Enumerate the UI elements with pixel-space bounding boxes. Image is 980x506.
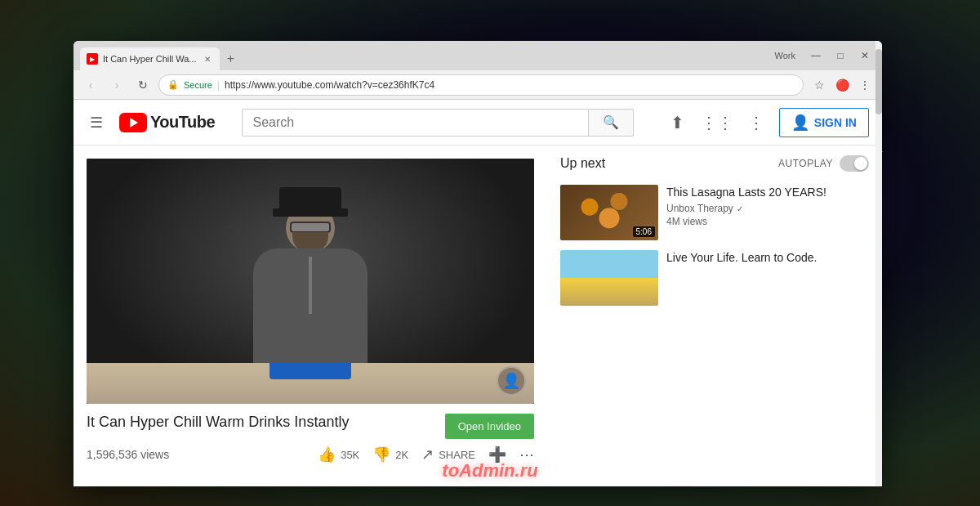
video-thumb-1: 5:06 bbox=[560, 185, 658, 240]
video-duration-1: 5:06 bbox=[633, 226, 655, 237]
address-actions: ☆ 🔴 ⋮ bbox=[808, 74, 875, 96]
recommended-video-1[interactable]: 5:06 This Lasagna Lasts 20 YEARS! Unbox … bbox=[560, 185, 869, 240]
verified-icon-1: ✓ bbox=[737, 204, 743, 213]
address-separator: | bbox=[217, 79, 220, 91]
youtube-logo-icon bbox=[119, 113, 147, 132]
video-meta-row: 1,596,536 views 👍 35K 👎 2K ↗ bbox=[87, 446, 534, 463]
like-count: 35K bbox=[341, 449, 359, 461]
video-thumb-2 bbox=[560, 250, 658, 306]
small-avatar: 👤 bbox=[497, 366, 526, 396]
like-icon: 👍 bbox=[318, 446, 336, 463]
up-next-label: Up next bbox=[560, 156, 605, 171]
autoplay-label: AUTOPLAY bbox=[778, 158, 833, 169]
video-info-1: This Lasagna Lasts 20 YEARS! Unbox Thera… bbox=[666, 185, 869, 240]
close-button[interactable]: ✕ bbox=[854, 47, 875, 64]
video-title-1: This Lasagna Lasts 20 YEARS! bbox=[666, 185, 869, 199]
autoplay-toggle[interactable] bbox=[840, 155, 869, 172]
video-actions: 👍 35K 👎 2K ↗ SHARE bbox=[318, 446, 534, 463]
window-controls: Work — □ ✕ bbox=[775, 47, 875, 64]
forward-button[interactable]: › bbox=[106, 74, 127, 96]
play-icon bbox=[130, 118, 138, 128]
add-to-button[interactable]: ➕ bbox=[488, 446, 506, 463]
chrome-tabs: ▶ It Can Hyper Chill Wa... ✕ + bbox=[80, 41, 775, 70]
person-figure bbox=[253, 204, 368, 363]
autoplay-container: AUTOPLAY bbox=[778, 155, 869, 172]
share-icon: ↗ bbox=[421, 446, 434, 463]
scrollbar[interactable] bbox=[875, 41, 882, 486]
add-icon: ➕ bbox=[488, 446, 506, 463]
share-button[interactable]: ↗ SHARE bbox=[421, 446, 475, 463]
beach-thumbnail bbox=[560, 250, 658, 306]
avatar-icon: 👤 bbox=[502, 372, 520, 390]
tab-close-button[interactable]: ✕ bbox=[202, 53, 213, 65]
secure-label: Secure bbox=[184, 80, 212, 90]
person-body bbox=[253, 249, 368, 363]
upload-button[interactable]: ⬆ bbox=[662, 106, 694, 139]
youtube-header: ☰ YouTube 🔍 ⬆ ⋮⋮ ⋮ 👤 SIGN IN bbox=[74, 100, 882, 146]
video-title: It Can Hyper Chill Warm Drinks Instantly bbox=[87, 414, 435, 431]
search-container: 🔍 bbox=[242, 109, 634, 137]
up-next-header: Up next AUTOPLAY bbox=[560, 155, 869, 172]
video-section: 👤 It Can Hyper Chill Warm Drinks Instant… bbox=[74, 146, 547, 486]
chrome-addressbar: ‹ › ↻ 🔒 Secure | https://www.youtube.com… bbox=[74, 70, 882, 100]
scrollbar-thumb[interactable] bbox=[875, 49, 882, 114]
dislike-button[interactable]: 👎 2K bbox=[372, 446, 408, 463]
sign-in-label: SIGN IN bbox=[814, 116, 857, 129]
address-url: https://www.youtube.com/watch?v=cez36hfK… bbox=[225, 79, 434, 91]
toggle-knob bbox=[854, 157, 867, 170]
youtube-logo-text: YouTube bbox=[150, 113, 215, 132]
video-info: It Can Hyper Chill Warm Drinks Instantly… bbox=[87, 404, 534, 470]
video-views-1: 4M views bbox=[666, 216, 869, 227]
channel-name-1: Unbox Therapy bbox=[666, 203, 733, 214]
person-icon: 👤 bbox=[791, 114, 809, 132]
video-title-row: It Can Hyper Chill Warm Drinks Instantly… bbox=[87, 414, 534, 439]
video-title-2: Live Your Life. Learn to Code. bbox=[666, 250, 869, 265]
header-actions: ⬆ ⋮⋮ ⋮ 👤 SIGN IN bbox=[662, 106, 869, 139]
hamburger-menu-icon[interactable]: ☰ bbox=[87, 110, 106, 135]
window-label: Work bbox=[775, 51, 795, 60]
maximize-button[interactable]: □ bbox=[830, 47, 851, 64]
apps-button[interactable]: ⋮⋮ bbox=[701, 106, 733, 139]
sign-in-button[interactable]: 👤 SIGN IN bbox=[779, 108, 869, 137]
tab-favicon: ▶ bbox=[87, 53, 98, 65]
address-bar[interactable]: 🔒 Secure | https://www.youtube.com/watch… bbox=[158, 74, 804, 96]
search-input[interactable] bbox=[242, 109, 588, 137]
more-icon: ⋯ bbox=[519, 446, 534, 463]
open-invideo-button[interactable]: Open Invideo bbox=[445, 414, 534, 439]
video-player[interactable]: 👤 bbox=[87, 159, 534, 404]
secure-icon: 🔒 bbox=[167, 79, 179, 90]
active-tab[interactable]: ▶ It Can Hyper Chill Wa... ✕ bbox=[80, 47, 220, 70]
minimize-button[interactable]: — bbox=[805, 47, 826, 64]
tab-title: It Can Hyper Chill Wa... bbox=[103, 54, 197, 64]
person-hat bbox=[279, 187, 341, 212]
person-head bbox=[286, 204, 335, 253]
person-glasses bbox=[290, 222, 331, 233]
refresh-button[interactable]: ↻ bbox=[132, 74, 154, 96]
recommended-video-2[interactable]: Live Your Life. Learn to Code. bbox=[560, 250, 869, 306]
video-info-2: Live Your Life. Learn to Code. bbox=[666, 250, 869, 306]
sidebar: Up next AUTOPLAY 5:06 This bbox=[547, 146, 882, 486]
chrome-titlebar: ▶ It Can Hyper Chill Wa... ✕ + Work — □ … bbox=[74, 41, 882, 70]
youtube-logo[interactable]: YouTube bbox=[119, 113, 215, 132]
browser-window: ▶ It Can Hyper Chill Wa... ✕ + Work — □ … bbox=[74, 41, 882, 486]
extension-icon[interactable]: 🔴 bbox=[831, 74, 853, 96]
back-button[interactable]: ‹ bbox=[80, 74, 101, 96]
more-actions-button[interactable]: ⋯ bbox=[519, 446, 534, 463]
more-button[interactable]: ⋮ bbox=[740, 106, 773, 139]
dislike-icon: 👎 bbox=[372, 446, 390, 463]
person-zipper bbox=[309, 257, 312, 314]
video-views: 1,596,536 views bbox=[87, 448, 169, 461]
dislike-count: 2K bbox=[395, 449, 408, 461]
video-channel-1: Unbox Therapy ✓ bbox=[666, 203, 869, 214]
bookmark-button[interactable]: ☆ bbox=[808, 74, 830, 96]
new-tab-button[interactable]: + bbox=[220, 47, 243, 70]
main-content: 👤 It Can Hyper Chill Warm Drinks Instant… bbox=[74, 146, 882, 486]
like-button[interactable]: 👍 35K bbox=[318, 446, 359, 463]
search-button[interactable]: 🔍 bbox=[588, 109, 634, 137]
youtube-page: ☰ YouTube 🔍 ⬆ ⋮⋮ ⋮ 👤 SIGN IN bbox=[74, 100, 882, 486]
chrome-menu-button[interactable]: ⋮ bbox=[854, 74, 875, 96]
video-thumbnail: 👤 bbox=[87, 159, 534, 404]
share-label: SHARE bbox=[439, 449, 475, 461]
